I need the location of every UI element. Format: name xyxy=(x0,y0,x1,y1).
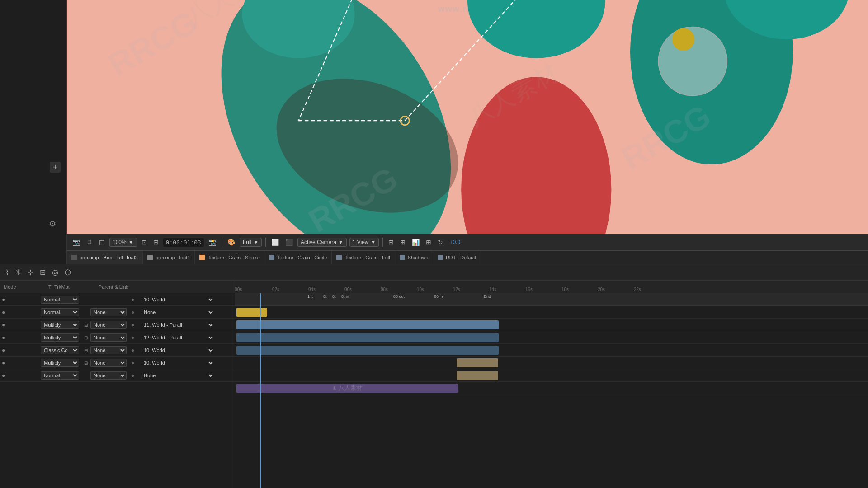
grid-icon[interactable]: ⊞ xyxy=(151,238,160,247)
parent-select[interactable]: None xyxy=(142,309,214,315)
layer-eye-icon[interactable]: ● xyxy=(2,334,5,341)
layer-mode[interactable]: Multiply xyxy=(41,333,81,342)
quality-dropdown[interactable]: Full ▼ xyxy=(240,238,262,247)
timecode-display[interactable]: 0:00:01:03 xyxy=(163,238,204,247)
trkmat-select[interactable]: None xyxy=(90,321,127,329)
layer-row[interactable]: ● Classic Co ⊟ None ● 10. World xyxy=(0,344,235,357)
mode-select[interactable]: Normal xyxy=(41,371,79,380)
mode-select[interactable]: Normal xyxy=(41,308,79,316)
layer-eye-icon[interactable]: ● xyxy=(2,322,5,328)
track-bar-4[interactable] xyxy=(236,346,499,355)
tab-texture-grain-full[interactable]: Texture - Grain - Full xyxy=(332,251,395,264)
layer-trkmat[interactable]: None xyxy=(90,359,131,367)
layer-trkmat[interactable]: None xyxy=(90,308,131,316)
snapshot-icon[interactable]: 📸 xyxy=(207,238,218,247)
mode-select[interactable]: Normal xyxy=(41,296,79,304)
trkmat-select[interactable]: None xyxy=(90,333,127,342)
settings-button[interactable]: ⚙ xyxy=(49,219,60,230)
layer-name[interactable]: 12. World - Parall xyxy=(140,334,235,341)
chart-icon[interactable]: 📊 xyxy=(410,238,421,247)
layer-row[interactable]: ● Normal None ● None xyxy=(0,306,235,319)
track-row-7: ⊕ 八人素材 xyxy=(235,382,868,394)
tl-select-icon[interactable]: ⬡ xyxy=(63,267,73,277)
tab-texture-grain-circle[interactable]: Texture - Grain - Circle xyxy=(264,251,332,264)
color-wheel-icon[interactable]: 🎨 xyxy=(226,238,237,247)
layer-mode[interactable]: Normal xyxy=(41,296,81,304)
view-dropdown[interactable]: 1 View ▼ xyxy=(349,238,379,247)
layer-row[interactable]: ● Normal None ● None xyxy=(0,369,235,382)
layer-name[interactable]: 10. World xyxy=(140,296,235,303)
parent-select[interactable]: None xyxy=(142,372,214,379)
header-parent: Parent & Link xyxy=(95,284,235,290)
tl-graph-icon[interactable]: ⌇ xyxy=(4,267,11,277)
layer-trkmat[interactable]: None xyxy=(90,333,131,342)
layer-row[interactable]: ● Normal ● 10. World xyxy=(0,293,235,306)
threed-icon[interactable]: ◫ xyxy=(97,238,107,247)
mode-select[interactable]: Multiply xyxy=(41,321,79,329)
layer-mode[interactable]: Normal xyxy=(41,371,81,380)
zoom-dropdown[interactable]: 100% ▼ xyxy=(109,238,137,247)
layer-row[interactable]: ● Multiply ⊟ None ● 12. World - Parall xyxy=(0,331,235,344)
ruler-mark-20s: 20s xyxy=(598,287,605,292)
layer-eye-icon[interactable]: ● xyxy=(2,296,5,303)
region-icon[interactable]: ⬛ xyxy=(283,238,295,247)
layer-name[interactable]: 10. World xyxy=(140,347,235,353)
refresh-icon[interactable]: ↻ xyxy=(436,238,445,247)
tab-precomp-leaf1[interactable]: precomp - leaf1 xyxy=(143,251,195,264)
trkmat-select[interactable]: None xyxy=(90,359,127,367)
layout-icon[interactable]: ⊟ xyxy=(387,238,396,247)
layer-trkmat[interactable]: None xyxy=(90,346,131,354)
expand-icon[interactable]: ⊞ xyxy=(398,238,407,247)
tl-move-icon[interactable]: ⊹ xyxy=(26,267,35,277)
layer-mode[interactable]: Classic Co xyxy=(41,346,81,354)
tl-pen-icon[interactable]: ◎ xyxy=(50,267,60,277)
layer-eye-icon[interactable]: ● xyxy=(2,309,5,315)
trkmat-select[interactable]: None xyxy=(90,371,127,380)
trkmat-select[interactable]: None xyxy=(90,308,127,316)
track-bar-7[interactable]: ⊕ 八人素材 xyxy=(236,384,458,393)
mode-select[interactable]: Multiply xyxy=(41,359,79,367)
parent-select[interactable]: 10. World xyxy=(142,296,214,303)
tl-mask-icon[interactable]: ✳ xyxy=(14,267,23,277)
mode-select[interactable]: Classic Co xyxy=(41,346,79,354)
track-bar-6[interactable] xyxy=(457,371,498,380)
tab-color-shadows xyxy=(400,255,405,260)
layer-name[interactable]: 10. World xyxy=(140,360,235,366)
add-layer-button[interactable]: + xyxy=(50,162,61,173)
layer-trkmat[interactable]: None xyxy=(90,371,131,380)
tab-precomp-box[interactable]: precomp - Box - tall - leaf2 xyxy=(67,251,143,264)
parent-select[interactable]: 11. World - Parall xyxy=(142,322,214,328)
layer-mode[interactable]: Normal xyxy=(41,308,81,316)
camera-dropdown[interactable]: Active Camera ▼ xyxy=(297,238,347,247)
track-bar-1[interactable] xyxy=(236,308,267,317)
tab-rdt-default[interactable]: RDT - Default xyxy=(433,251,481,264)
tab-texture-grain-stroke[interactable]: Texture - Grain - Stroke xyxy=(195,251,264,264)
track-bar-2[interactable] xyxy=(236,320,499,329)
layer-mode[interactable]: Multiply xyxy=(41,321,81,329)
nodes-icon[interactable]: ⊞ xyxy=(424,238,433,247)
parent-select[interactable]: 12. World - Parall xyxy=(142,334,214,341)
layer-row[interactable]: ● Multiply ⊟ None ● 10. World xyxy=(0,357,235,369)
tl-copy-icon[interactable]: ⊟ xyxy=(38,267,47,277)
trkmat-select[interactable]: None xyxy=(90,346,127,354)
transparency-icon[interactable]: ⬜ xyxy=(269,238,281,247)
layer-eye-icon[interactable]: ● xyxy=(2,347,5,353)
parent-select[interactable]: 10. World xyxy=(142,347,214,353)
layer-name[interactable]: 11. World - Parall xyxy=(140,322,235,328)
layer-row[interactable]: ● Multiply ⊟ None ● 11. World - Parall xyxy=(0,319,235,331)
monitor-icon[interactable]: 🖥 xyxy=(85,238,94,247)
track-bar-5[interactable] xyxy=(457,358,498,367)
layer-mode[interactable]: Multiply xyxy=(41,359,81,367)
fit-icon[interactable]: ⊡ xyxy=(140,238,149,247)
layer-eye-icon[interactable]: ● xyxy=(2,360,5,366)
timeline-playhead[interactable] xyxy=(260,293,261,488)
mode-select[interactable]: Multiply xyxy=(41,333,79,342)
layer-name[interactable]: None xyxy=(140,372,235,379)
track-bar-3[interactable] xyxy=(236,333,499,342)
parent-select[interactable]: 10. World xyxy=(142,360,214,366)
layer-eye-icon[interactable]: ● xyxy=(2,372,5,379)
camera-icon[interactable]: 📷 xyxy=(71,238,82,247)
tab-shadows[interactable]: Shadows xyxy=(395,251,433,264)
layer-trkmat[interactable]: None xyxy=(90,321,131,329)
layer-name[interactable]: None xyxy=(140,309,235,315)
